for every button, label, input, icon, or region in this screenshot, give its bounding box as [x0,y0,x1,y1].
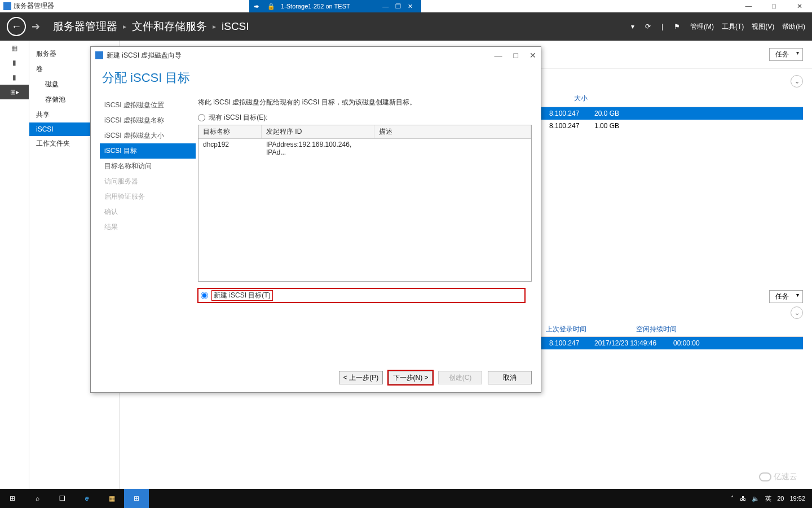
vm-connection-bar[interactable]: ⇹ 🔒 1-Storage1-252 on TEST — ❐ ✕ [249,0,421,12]
ie-icon[interactable]: e [74,489,99,508]
flag-icon[interactable]: ⚑ [671,21,682,32]
wizard-icon [95,51,103,59]
prev-button[interactable]: < 上一步(P) [339,371,383,384]
row-ip: 8.100.247 [546,121,591,131]
icon-rail: ▦ ▮ ▮ ⊞▸ [0,41,29,489]
back-button[interactable]: ← [7,17,26,36]
radio-existing-label: 现有 iSCSI 目标(E): [209,113,268,122]
target-initiator: IPAddress:192.168.100.246, IPAd... [262,139,374,158]
breadcrumb-leaf: iSCSI [222,20,249,33]
menu-help[interactable]: 帮助(H) [782,22,805,32]
pin-icon[interactable]: ⇹ [254,3,261,10]
tray-num: 20 [777,495,784,502]
start-button[interactable]: ⊞ [0,489,25,508]
target-desc [374,139,531,158]
file-explorer-icon[interactable]: ▦ [99,489,124,508]
wizard-titlebar[interactable]: 新建 iSCSI 虚拟磁盘向导 — □ ✕ [91,47,541,64]
wizard-step-target[interactable]: iSCSI 目标 [100,143,196,159]
outer-window-title: 服务器管理器 [14,1,54,11]
vm-restore-button[interactable]: ❐ [392,1,404,11]
server-manager-taskbar-icon[interactable]: ⊞ [124,489,149,508]
menu-view[interactable]: 视图(V) [752,22,774,32]
wizard-footer: < 上一步(P) 下一步(N) > 创建(C) 取消 [91,363,541,392]
collapse-icon[interactable]: ⌄ [791,75,803,87]
taskbar-search-icon[interactable]: ⌕ [25,489,50,508]
wizard-step-name[interactable]: iSCSI 虚拟磁盘名称 [100,113,196,128]
radio-new-label: 新建 iSCSI 目标(T) [211,290,273,301]
ime-indicator[interactable]: 英 [765,494,771,503]
row-size: 1.00 GB [591,121,630,131]
wizard-minimize-button[interactable]: — [495,51,502,60]
dropdown-caret-icon[interactable]: ▾ [631,23,634,30]
radio-new-target[interactable]: 新建 iSCSI 目标(T) [198,288,525,303]
existing-targets-table: 目标名称 发起程序 ID 描述 dhcp192 IPAddress:192.16… [198,125,532,282]
wizard-step-confirm: 确认 [100,204,196,220]
task-view-icon[interactable]: ❏ [50,489,74,508]
outer-minimize-button[interactable]: — [736,0,761,12]
outer-window-controls: — □ ✕ [736,0,812,12]
wizard-step-location[interactable]: iSCSI 虚拟磁盘位置 [100,98,196,113]
col-size[interactable]: 大小 [546,93,591,104]
wizard-step-size[interactable]: iSCSI 虚拟磁盘大小 [100,128,196,143]
col-target-name[interactable]: 目标名称 [198,125,262,138]
app-header: ← ➔ 服务器管理器 ▸ 文件和存储服务 ▸ iSCSI ▾ ⟳ | ⚑ 管理(… [0,12,812,41]
system-tray: ˄ 🖧 🔈 英 20 19:52 [724,494,812,503]
vm-title: 1-Storage1-252 on TEST [281,3,350,10]
watermark-icon [759,472,771,481]
radio-existing-target[interactable]: 现有 iSCSI 目标(E): [198,113,532,122]
forward-button: ➔ [30,17,41,36]
create-button: 创建(C) [438,371,482,384]
clock[interactable]: 19:52 [789,495,805,502]
session-ip: 8.100.247 [546,338,591,348]
vm-minimize-button[interactable]: — [379,1,392,11]
next-button[interactable]: 下一步(N) > [389,371,433,384]
radio-new-input[interactable] [201,292,208,299]
rail-local-icon[interactable]: ▮ [0,55,29,70]
tray-overflow-icon[interactable]: ˄ [731,495,734,502]
vm-close-button[interactable]: ✕ [404,1,417,11]
chevron-right-icon: ▸ [213,23,216,30]
session-idle: 00:00:00 [670,338,743,348]
breadcrumb: 服务器管理器 ▸ 文件和存储服务 ▸ iSCSI [53,19,249,34]
network-icon[interactable]: 🖧 [740,495,746,502]
breadcrumb-root[interactable]: 服务器管理器 [53,19,117,34]
target-row[interactable]: dhcp192 IPAddress:192.168.100.246, IPAd.… [198,139,531,158]
session-last-login: 2017/12/23 13:49:46 [591,338,670,348]
menu-manage[interactable]: 管理(M) [690,22,714,32]
outer-maximize-button[interactable]: □ [761,0,787,12]
wizard-step-target-name[interactable]: 目标名称和访问 [100,159,196,174]
divider: | [661,23,663,30]
col-idle[interactable]: 空闲持续时间 [636,325,709,334]
cancel-button[interactable]: 取消 [488,371,532,384]
radio-existing-input[interactable] [198,114,205,121]
row-ip: 8.100.247 [546,108,591,119]
rail-dashboard-icon[interactable]: ▦ [0,41,29,55]
watermark: 亿速云 [759,472,797,482]
lock-icon: 🔒 [267,3,274,10]
target-name: dhcp192 [198,139,262,158]
col-description[interactable]: 描述 [374,125,531,138]
menu-tools[interactable]: 工具(T) [722,22,744,32]
wizard-steps: iSCSI 虚拟磁盘位置 iSCSI 虚拟磁盘名称 iSCSI 虚拟磁盘大小 i… [100,98,196,363]
outer-close-button[interactable]: ✕ [787,0,812,12]
rail-storage-icon[interactable]: ⊞▸ [0,85,29,99]
wizard-step-result: 结果 [100,220,196,235]
breadcrumb-level1[interactable]: 文件和存储服务 [132,19,207,34]
taskbar[interactable]: ⊞ ⌕ ❏ e ▦ ⊞ ˄ 🖧 🔈 英 20 19:52 [0,489,812,508]
row-size: 20.0 GB [591,108,630,119]
volume-icon[interactable]: 🔈 [752,495,760,502]
col-last-login[interactable]: 上次登录时间 [546,325,636,334]
refresh-icon[interactable]: ⟳ [642,21,654,32]
col-initiator-id[interactable]: 发起程序 ID [262,125,374,138]
wizard-step-auth: 启用验证服务 [100,189,196,204]
collapse-icon[interactable]: ⌄ [791,306,803,319]
new-iscsi-disk-wizard: 新建 iSCSI 虚拟磁盘向导 — □ ✕ 分配 iSCSI 目标 iSCSI … [90,46,541,393]
wizard-maximize-button[interactable]: □ [514,51,518,60]
tasks-dropdown-lower[interactable]: 任务 [769,290,803,303]
wizard-close-button[interactable]: ✕ [529,51,536,60]
tasks-dropdown[interactable]: 任务 [769,48,803,61]
app-icon [3,2,11,10]
rail-all-icon[interactable]: ▮ [0,70,29,85]
chevron-right-icon: ▸ [123,23,126,30]
wizard-title: 新建 iSCSI 虚拟磁盘向导 [107,51,182,60]
